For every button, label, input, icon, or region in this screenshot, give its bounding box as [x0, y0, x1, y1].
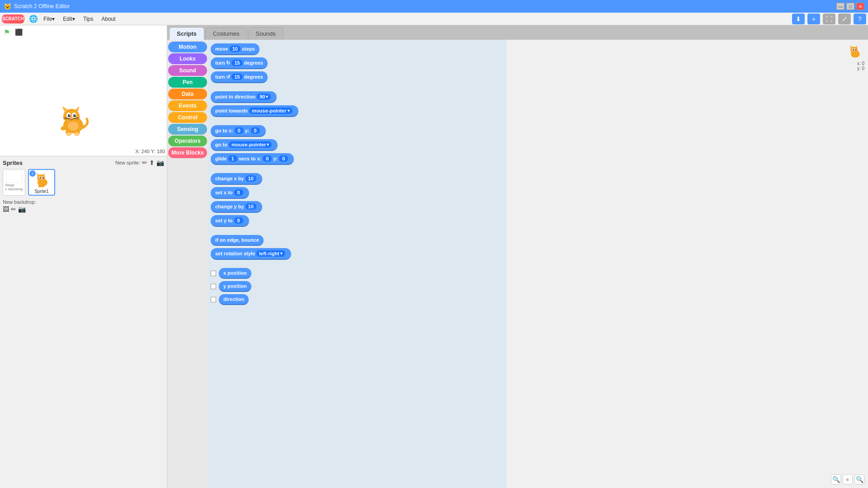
block-move[interactable]: move 10 steps	[211, 43, 259, 55]
block-move-steps-input[interactable]: 10	[230, 46, 241, 52]
help-button[interactable]: ?	[854, 14, 866, 24]
edit-menu[interactable]: Edit▾	[59, 14, 79, 23]
block-point-direction-input[interactable]: 90	[257, 94, 271, 100]
block-point-towards[interactable]: point towards mouse-pointer	[211, 105, 298, 117]
add-button[interactable]: +	[807, 14, 820, 24]
category-control[interactable]: Control	[168, 112, 207, 123]
block-point-towards-input[interactable]: mouse-pointer	[249, 108, 292, 114]
category-events[interactable]: Events	[168, 100, 207, 111]
tab-costumes[interactable]: Costumes	[205, 27, 247, 40]
tips-menu[interactable]: Tips	[80, 14, 97, 23]
maximize-button[interactable]: □	[846, 3, 854, 10]
tab-sounds[interactable]: Sounds	[248, 27, 283, 40]
camera-sprite-icon[interactable]: 📷	[156, 159, 164, 166]
close-button[interactable]: ✕	[856, 3, 864, 10]
category-data[interactable]: Data	[168, 89, 207, 99]
block-x-position-checkbox[interactable]	[211, 271, 216, 276]
block-gap-3	[211, 167, 504, 171]
block-set-rotation-dropdown[interactable]: left-right	[256, 250, 285, 257]
block-change-x[interactable]: change x by 10	[211, 173, 262, 185]
block-set-x[interactable]: set x to 0	[211, 187, 249, 199]
block-direction-checkbox[interactable]	[211, 297, 216, 302]
draw-backdrop-icon[interactable]: 🖼	[3, 206, 9, 213]
sprite-info-badge[interactable]: i	[29, 170, 36, 177]
block-change-y-input[interactable]: 10	[245, 203, 256, 210]
block-change-x-label: change x by	[215, 176, 244, 181]
new-sprite-section: New sprite: ✏ ⬆ 📷	[115, 159, 164, 166]
block-move-unit: steps	[242, 46, 255, 52]
block-glide-y-input[interactable]: 0	[279, 155, 288, 162]
block-turn-ccw[interactable]: turn ↺ 15 degrees	[211, 71, 268, 83]
category-more-blocks[interactable]: More Blocks	[168, 147, 207, 158]
block-set-y[interactable]: set y to 0	[211, 215, 249, 227]
category-operators[interactable]: Operators	[168, 136, 207, 146]
scripts-canvas[interactable]: x: 0 y: 0 🔍 ≡ 🔍	[506, 40, 868, 488]
minimize-button[interactable]: —	[836, 3, 844, 10]
block-set-y-input[interactable]: 0	[234, 217, 243, 224]
sprites-header: Sprites New sprite: ✏ ⬆ 📷	[3, 159, 164, 166]
language-button[interactable]: 🌐	[28, 14, 39, 24]
block-direction[interactable]: direction	[219, 294, 249, 305]
block-gap-1	[211, 85, 504, 89]
toolbar: ⬇ + ⛶ ⤢ ?	[792, 14, 866, 24]
block-y-position[interactable]: y position	[219, 281, 251, 292]
tab-scripts[interactable]: Scripts	[169, 27, 204, 40]
categories: Motion Looks Sound Pen Data Events Contr…	[167, 40, 208, 488]
import-sprite-icon[interactable]: ⬆	[149, 159, 155, 166]
mini-sprite-display: x: 0 y: 0	[846, 43, 864, 71]
file-menu[interactable]: File▾	[40, 14, 58, 23]
block-go-to[interactable]: go to mouse-pointer	[211, 139, 278, 151]
about-menu[interactable]: About	[98, 14, 119, 23]
zoom-in-button[interactable]: 🔍	[854, 474, 864, 484]
stop-button[interactable]: ⬛	[14, 27, 24, 37]
block-set-x-input[interactable]: 0	[234, 189, 243, 196]
block-turn-cw-input[interactable]: 15	[231, 60, 242, 66]
block-glide-secs-input[interactable]: 1	[228, 155, 237, 162]
block-go-to-xy[interactable]: go to x: 0 y: 0	[211, 125, 266, 137]
category-sound[interactable]: Sound	[168, 65, 207, 76]
fullscreen-button[interactable]: ⛶	[823, 14, 835, 24]
block-gap-2	[211, 119, 504, 123]
category-pen[interactable]: Pen	[168, 77, 207, 88]
save-button[interactable]: ⬇	[792, 14, 805, 24]
category-looks[interactable]: Looks	[168, 53, 207, 64]
camera-backdrop-icon[interactable]: 📷	[18, 206, 26, 213]
svg-point-11	[75, 115, 75, 116]
category-motion[interactable]: Motion	[168, 42, 207, 52]
sprite1-thumbnail[interactable]: i Sprite1	[28, 169, 55, 196]
block-point-direction[interactable]: point in direction 90	[211, 91, 277, 103]
stage-thumbnail[interactable]: Stage1 backdrop	[3, 169, 25, 196]
block-change-y[interactable]: change y by 10	[211, 201, 262, 213]
block-y-position-checkbox[interactable]	[211, 284, 216, 289]
block-glide-y-label: y:	[273, 156, 278, 161]
mini-coords: x: 0 y: 0	[846, 61, 864, 71]
block-turn-ccw-input[interactable]: 15	[231, 74, 242, 80]
block-point-direction-label: point in direction	[215, 94, 255, 99]
block-change-x-input[interactable]: 10	[245, 175, 256, 182]
cat-sprite	[54, 102, 90, 138]
svg-point-10	[69, 115, 70, 116]
svg-point-41	[853, 49, 854, 51]
block-set-rotation[interactable]: set rotation style left-right	[211, 248, 291, 260]
block-x-position[interactable]: x position	[219, 268, 251, 279]
svg-point-42	[855, 49, 856, 51]
import-backdrop-icon[interactable]: ✏	[11, 206, 16, 213]
category-sensing[interactable]: Sensing	[168, 124, 207, 135]
block-y-position-label: y position	[223, 283, 247, 289]
block-go-to-dropdown[interactable]: mouse-pointer	[229, 141, 272, 148]
block-go-y-input[interactable]: 0	[251, 127, 260, 134]
zoom-out-button[interactable]: 🔍	[831, 474, 841, 484]
svg-point-12	[70, 117, 73, 119]
draw-sprite-icon[interactable]: ✏	[142, 159, 147, 166]
new-backdrop-section: New backdrop: 🖼 ✏ 📷	[3, 199, 164, 213]
block-glide-x-input[interactable]: 0	[263, 155, 272, 162]
zoom-fit-button[interactable]: ≡	[843, 474, 853, 484]
block-if-on-edge[interactable]: if on edge, bounce	[211, 235, 264, 246]
resize-button[interactable]: ⤢	[838, 14, 851, 24]
svg-point-8	[68, 114, 71, 117]
green-flag-button[interactable]: ⚑	[2, 27, 12, 37]
menubar: SCRATCH 🌐 File▾ Edit▾ Tips About ⬇ + ⛶ ⤢…	[0, 13, 868, 25]
block-glide[interactable]: glide 1 secs to x: 0 y: 0	[211, 153, 294, 165]
block-go-x-input[interactable]: 0	[235, 127, 244, 134]
block-turn-cw[interactable]: turn ↻ 15 degrees	[211, 57, 268, 69]
